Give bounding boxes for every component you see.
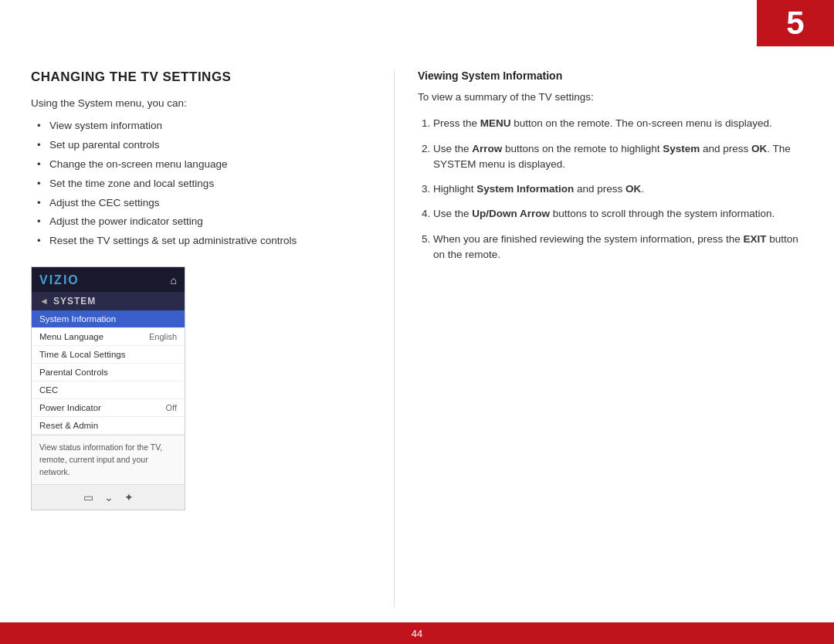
list-item: Adjust the CEC settings <box>37 194 363 213</box>
menu-item-label: Time & Local Settings <box>39 350 125 359</box>
left-column: CHANGING THE TV SETTINGS Using the Syste… <box>31 69 386 607</box>
vizio-logo: VIZIO <box>39 273 80 287</box>
main-content: CHANGING THE TV SETTINGS Using the Syste… <box>0 46 834 622</box>
menu-item-cec[interactable]: CEC <box>32 381 185 399</box>
menu-item-time-local[interactable]: Time & Local Settings <box>32 346 185 364</box>
menu-item-reset-admin[interactable]: Reset & Admin <box>32 417 185 435</box>
back-arrow-icon: ◄ <box>39 296 49 307</box>
menu-item-label: Menu Language <box>39 332 103 341</box>
menu-item-label: Power Indicator <box>39 403 101 412</box>
list-item: Set up parental controls <box>37 136 363 155</box>
tv-menu-mockup: VIZIO ⌂ ◄ SYSTEM System Information Menu… <box>31 266 185 510</box>
menu-system-bar: ◄ SYSTEM <box>32 292 185 310</box>
column-divider <box>394 69 395 607</box>
menu-nav-bar: ▭ ⌄ ✦ <box>32 484 185 510</box>
top-bar: 5 <box>757 0 834 46</box>
step-1: Press the MENU button on the remote. The… <box>433 116 803 131</box>
footer-page-number: 44 <box>412 628 422 639</box>
menu-header: VIZIO ⌂ <box>32 267 185 292</box>
menu-item-parental[interactable]: Parental Controls <box>32 364 185 381</box>
section-title: CHANGING THE TV SETTINGS <box>31 69 363 85</box>
right-column: Viewing System Information To view a sum… <box>402 69 803 607</box>
intro-paragraph: To view a summary of the TV settings: <box>418 90 803 105</box>
list-item: Adjust the power indicator setting <box>37 212 363 232</box>
nav-settings-icon: ✦ <box>124 491 134 503</box>
menu-items-container: System Information Menu Language English… <box>32 310 185 435</box>
menu-item-value: English <box>149 332 177 341</box>
step-5: When you are finished reviewing the syst… <box>433 232 803 263</box>
menu-item-label: System Information <box>39 314 116 324</box>
menu-item-label: CEC <box>39 385 58 395</box>
menu-item-power-indicator[interactable]: Power Indicator Off <box>32 399 185 417</box>
bullet-list: View system information Set up parental … <box>31 117 363 251</box>
list-item: View system information <box>37 117 363 136</box>
menu-item-label: Reset & Admin <box>39 421 98 430</box>
menu-item-value: Off <box>166 403 177 412</box>
chapter-number: 5 <box>786 5 804 42</box>
step-2: Use the Arrow buttons on the remote to h… <box>433 141 803 173</box>
menu-item-menu-language[interactable]: Menu Language English <box>32 328 185 346</box>
nav-down-icon: ⌄ <box>104 491 114 503</box>
list-item: Set the time zone and local settings <box>37 175 363 194</box>
system-label: SYSTEM <box>53 296 96 307</box>
sub-section-title: Viewing System Information <box>418 69 803 82</box>
menu-description: View status information for the TV, remo… <box>32 435 185 484</box>
bottom-bar: 44 <box>0 622 834 644</box>
menu-item-label: Parental Controls <box>39 368 108 377</box>
menu-item-system-info[interactable]: System Information <box>32 310 185 328</box>
list-item: Reset the TV settings & set up administr… <box>37 232 363 251</box>
list-item: Change the on-screen menu language <box>37 155 363 175</box>
home-icon: ⌂ <box>171 274 177 286</box>
steps-list: Press the MENU button on the remote. The… <box>418 116 803 263</box>
step-4: Use the Up/Down Arrow buttons to scroll … <box>433 206 803 222</box>
nav-menu-icon: ▭ <box>83 491 93 503</box>
step-3: Highlight System Information and press O… <box>433 181 803 197</box>
intro-text: Using the System menu, you can: <box>31 97 363 109</box>
